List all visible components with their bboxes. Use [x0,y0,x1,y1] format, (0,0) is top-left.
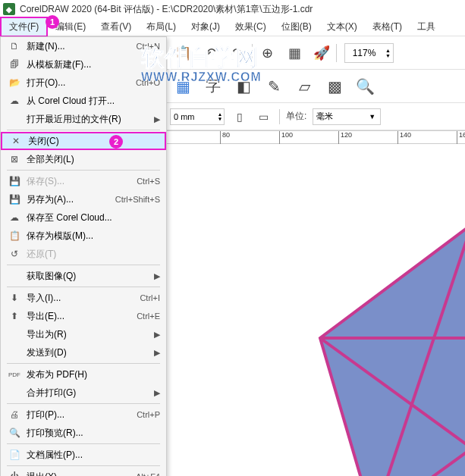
target-icon[interactable]: ⊕ [254,40,280,66]
menu-divider [7,287,160,287]
cloud-save-icon: ☁ [7,211,22,224]
preview-icon: 🔍 [7,427,22,439]
text-icon[interactable]: 字 [200,74,226,99]
menu-open-cloud[interactable]: ☁从 Corel Cloud 打开... [1,92,166,110]
menu-divider [7,265,160,265]
annotation-badge-1: 1 [46,15,59,29]
menu-bitmap[interactable]: 位图(B) [274,18,319,36]
menu-divider [7,130,160,130]
cloud-icon: ☁ [7,95,22,107]
menu-table[interactable]: 表格(T) [365,18,410,36]
svg-marker-0 [320,224,465,476]
separator [279,109,280,124]
chevron-right-icon: ▶ [154,388,160,398]
unit-field[interactable] [313,112,366,121]
chevron-down-icon[interactable]: ▼ [366,113,378,121]
menu-object[interactable]: 对象(J) [184,18,228,36]
menu-acquire-image[interactable]: 获取图像(Q)▶ [1,267,166,285]
menu-effects[interactable]: 效果(C) [228,18,274,36]
menu-close-all[interactable]: ⊠全部关闭(L) [1,150,166,168]
undo-icon[interactable]: ↶ [197,40,223,66]
height-field[interactable] [171,112,216,121]
file-dropdown-menu: 🗋新建(N)...Ctrl+N 🗐从模板新建(F)... 📂打开(O)...Ct… [0,36,167,476]
menu-divider [7,363,160,364]
properties-icon: 📄 [7,449,22,461]
toolbar-top: 📋 ↶ ↷ ⊕ ▦ 🚀 ▲▼ [167,36,465,70]
folder-open-icon: 📂 [7,77,22,89]
zoom-stepper[interactable]: ▲▼ [383,48,393,58]
exit-icon: ⏻ [7,471,22,476]
grid-icon[interactable]: ▦ [170,74,196,99]
height-input[interactable]: ▲▼ [170,108,225,125]
menu-bar: 文件(F) 编辑(E) 查看(V) 布局(L) 对象(J) 效果(C) 位图(B… [0,18,465,36]
template-icon: 🗐 [7,58,22,70]
zoom-value[interactable] [345,48,383,58]
title-bar: ◆ CorelDRAW 2020 (64-Bit 评估版) - E:\CDR20… [0,0,465,18]
height-stepper[interactable]: ▲▼ [216,112,224,121]
menu-new[interactable]: 🗋新建(N)...Ctrl+N [1,37,166,55]
menu-file[interactable]: 文件(F) [0,17,48,37]
window-title: CorelDRAW 2020 (64-Bit 评估版) - E:\CDR2020… [20,3,313,16]
menu-save-template[interactable]: 📋保存为模版(M)... [1,227,166,245]
drawing-canvas[interactable] [167,144,465,476]
zoom-input[interactable]: ▲▼ [344,43,394,63]
checker-icon[interactable]: ▩ [322,74,347,99]
menu-divider [7,443,160,444]
menu-merge-print[interactable]: 合并打印(G)▶ [1,384,166,402]
menu-save-cloud[interactable]: ☁保存至 Corel Cloud... [1,208,166,227]
ruler-tick: 120 [338,131,352,145]
landscape-icon[interactable]: ▭ [255,108,273,126]
menu-view[interactable]: 查看(V) [93,18,139,36]
chevron-right-icon: ▶ [154,114,160,124]
revert-icon: ↺ [7,248,22,260]
menu-revert: ↺还原(T) [1,245,166,263]
menu-divider [7,403,160,404]
ruler-tick: 80 [220,131,230,145]
launch-icon[interactable]: 🚀 [309,40,335,66]
redo-icon[interactable]: ↷ [225,40,250,66]
menu-send-to[interactable]: 发送到(D)▶ [1,343,166,362]
menu-import[interactable]: ⬇导入(I)...Ctrl+I [1,289,166,307]
chevron-right-icon: ▶ [154,271,160,281]
search-icon[interactable]: 🔍 [352,74,378,99]
menu-save: 💾保存(S)...Ctrl+S [1,172,166,190]
chevron-right-icon: ▶ [154,330,160,340]
menu-export-for[interactable]: 导出为(R)▶ [1,325,166,343]
print-icon: 🖨 [7,409,22,421]
ruler-tick: 140 [397,131,411,145]
menu-doc-props[interactable]: 📄文档属性(P)... [1,446,166,464]
save-icon: 💾 [7,175,22,187]
unit-select[interactable]: ▼ [313,108,381,125]
menu-publish-pdf[interactable]: PDF发布为 PDF(H) [1,365,166,384]
separator [336,44,337,62]
pdf-icon: PDF [7,368,22,380]
pen-icon[interactable]: ✎ [261,74,287,99]
ribbon-tools: ▦ 字 ◧ ✎ ▱ ▩ 🔍 [167,70,465,103]
menu-tools[interactable]: 工具 [410,18,443,36]
menu-print-preview[interactable]: 🔍打印预览(R)... [1,424,166,442]
menu-export[interactable]: ⬆导出(E)...Ctrl+E [1,307,166,325]
menu-save-as[interactable]: 💾另存为(A)...Ctrl+Shift+S [1,190,166,208]
export-icon: ⬆ [7,310,22,322]
menu-text[interactable]: 文本(X) [319,18,365,36]
menu-print[interactable]: 🖨打印(P)...Ctrl+P [1,406,166,424]
menu-exit[interactable]: ⏻退出(X)Alt+F4 [1,468,166,476]
new-file-icon: 🗋 [7,40,22,52]
menu-new-template[interactable]: 🗐从模板新建(F)... [1,55,166,74]
save-as-icon: 💾 [7,193,22,205]
portrait-icon[interactable]: ▯ [231,108,249,126]
paste-icon[interactable]: 📋 [170,40,196,66]
unit-label: 单位: [286,110,306,123]
pentagon-star-shape[interactable] [313,224,465,476]
menu-recent[interactable]: 打开最近用过的文件(R)▶ [1,110,166,128]
horizontal-ruler: 80 100 120 140 16 [167,130,465,144]
menu-layout[interactable]: 布局(L) [139,18,184,36]
app-icon[interactable]: ▦ [281,40,307,66]
menu-close[interactable]: ✕关闭(C)2 [1,132,166,150]
shape-icon[interactable]: ▱ [291,74,317,99]
menu-open[interactable]: 📂打开(O)...Ctrl+O [1,74,166,92]
layers-icon[interactable]: ◧ [231,74,256,99]
menu-divider [7,170,160,171]
import-icon: ⬇ [7,292,22,304]
template-save-icon: 📋 [7,230,22,242]
